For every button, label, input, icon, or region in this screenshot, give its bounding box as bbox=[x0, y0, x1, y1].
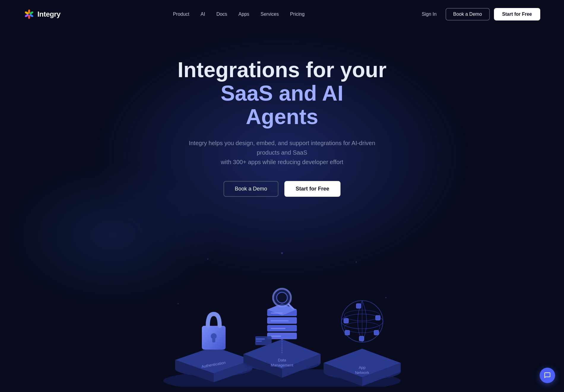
svg-text:Network: Network bbox=[355, 370, 369, 375]
sign-in-button[interactable]: Sign In bbox=[417, 9, 441, 19]
logo-link[interactable]: Integry bbox=[24, 9, 61, 20]
svg-rect-21 bbox=[271, 312, 283, 314]
svg-point-48 bbox=[178, 303, 179, 304]
svg-rect-23 bbox=[271, 328, 286, 329]
hero-illustration: Authentication bbox=[148, 244, 416, 387]
svg-rect-37 bbox=[356, 304, 361, 308]
svg-rect-27 bbox=[256, 339, 265, 339]
svg-text:App: App bbox=[359, 365, 365, 370]
svg-rect-22 bbox=[271, 320, 289, 321]
svg-point-49 bbox=[385, 297, 386, 298]
chat-bubble[interactable] bbox=[540, 368, 555, 383]
svg-point-47 bbox=[356, 261, 357, 263]
hero-section: Integrations for your SaaS and AIAgents … bbox=[0, 28, 564, 238]
nav-book-demo-button[interactable]: Book a Demo bbox=[446, 8, 490, 20]
nav-item-ai[interactable]: AI bbox=[196, 9, 210, 19]
svg-text:Data: Data bbox=[278, 358, 286, 362]
brand-name: Integry bbox=[37, 10, 61, 18]
nav-actions: Sign In Book a Demo Start for Free bbox=[417, 8, 540, 20]
nav-links: Product AI Docs Apps Services Pricing bbox=[168, 12, 309, 17]
logo-icon bbox=[24, 9, 34, 20]
svg-rect-40 bbox=[374, 330, 379, 335]
hero-start-free-button[interactable]: Start for Free bbox=[284, 181, 340, 197]
svg-rect-38 bbox=[376, 315, 380, 320]
hero-book-demo-button[interactable]: Book a Demo bbox=[224, 181, 278, 197]
svg-rect-41 bbox=[345, 330, 350, 335]
svg-point-45 bbox=[207, 258, 208, 260]
nav-item-services[interactable]: Services bbox=[256, 9, 283, 19]
hero-title-part1: Integrations for your bbox=[178, 58, 386, 82]
nav-item-product[interactable]: Product bbox=[168, 9, 194, 19]
nav-start-free-button[interactable]: Start for Free bbox=[494, 8, 540, 20]
chat-icon bbox=[544, 372, 551, 379]
navbar: Integry Product AI Docs Apps Services Pr… bbox=[0, 0, 564, 28]
nav-item-docs[interactable]: Docs bbox=[212, 9, 232, 19]
nav-item-pricing[interactable]: Pricing bbox=[285, 9, 309, 19]
svg-rect-24 bbox=[271, 336, 281, 337]
svg-rect-39 bbox=[344, 318, 348, 323]
hero-subtitle-line2: with 300+ apps while reducing developer … bbox=[221, 159, 343, 165]
hero-title: Integrations for your SaaS and AIAgents bbox=[148, 58, 416, 129]
hero-buttons: Book a Demo Start for Free bbox=[6, 181, 558, 197]
svg-point-19 bbox=[277, 292, 287, 303]
svg-rect-28 bbox=[256, 341, 262, 342]
illustration-area: Authentication bbox=[0, 238, 564, 387]
svg-rect-11 bbox=[212, 338, 215, 342]
nav-item-apps[interactable]: Apps bbox=[234, 9, 254, 19]
svg-text:Management: Management bbox=[271, 363, 293, 367]
svg-point-46 bbox=[281, 252, 283, 254]
hero-subtitle: Integry helps you design, embed, and sup… bbox=[181, 138, 383, 167]
hero-title-highlight: SaaS and AIAgents bbox=[221, 81, 343, 128]
svg-rect-42 bbox=[359, 336, 364, 341]
hero-subtitle-line1: Integry helps you design, embed, and sup… bbox=[189, 140, 375, 156]
